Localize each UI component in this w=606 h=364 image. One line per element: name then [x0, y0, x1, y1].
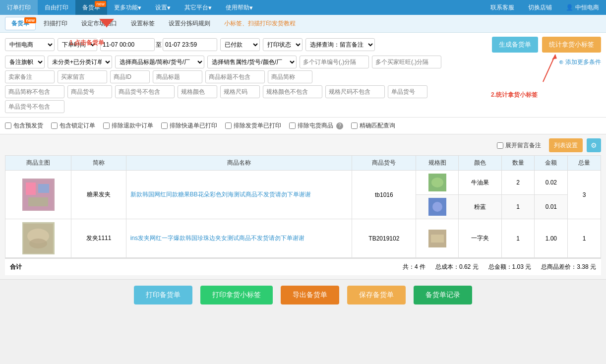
expand-remark-label[interactable]: 展开留言备注: [497, 141, 541, 150]
print-label-btn[interactable]: 打印拿货小标签: [200, 286, 273, 304]
cb-exclude-printed-ship-check[interactable]: [225, 122, 232, 129]
category-select[interactable]: 未分类+已分类订单: [48, 56, 112, 68]
cb-pre-ship-check[interactable]: [5, 122, 11, 129]
nav-stock-list[interactable]: 备货单 new: [75, 0, 107, 15]
product-no-cell: tb1016: [352, 171, 416, 219]
subnav-market-stall[interactable]: 设定市场档口: [75, 17, 123, 30]
user-icon: 👤: [566, 4, 573, 11]
product-img-cell: [5, 171, 71, 219]
svg-rect-12: [431, 235, 444, 243]
stat-label-btn[interactable]: 统计拿货小标签: [542, 37, 601, 53]
print-stock-btn[interactable]: 打印备货单: [134, 286, 192, 304]
nav-more-func[interactable]: 更多功能 ▾: [107, 0, 148, 15]
record-btn[interactable]: 备货单记录: [414, 286, 472, 304]
subnav-scan-print[interactable]: 扫描打印: [38, 17, 73, 30]
query-type-select[interactable]: 选择查询：留言备注: [305, 38, 375, 51]
product-brief-exclude-input[interactable]: [5, 85, 64, 98]
help-icon: ?: [336, 122, 343, 129]
cb-exclude-printed-express[interactable]: 排除快递单已打印: [161, 121, 217, 130]
product-no-cell-2: TB2019102: [352, 219, 416, 258]
amount-cell-2: 0.01: [535, 195, 568, 219]
cb-exclude-stock-product[interactable]: 排除屯货商品 ?: [289, 121, 343, 130]
svg-rect-2: [38, 184, 49, 193]
cb-exclude-refund-check[interactable]: [103, 122, 110, 129]
save-btn[interactable]: 保存备货单: [347, 286, 406, 304]
filter-actions: 生成备货单 统计拿货小标签: [492, 37, 601, 53]
quantity-cell: 2: [501, 171, 535, 195]
list-settings-btn[interactable]: 列表设置: [549, 138, 583, 152]
pay-status-select[interactable]: 已付款: [220, 38, 260, 51]
product-no-input[interactable]: [67, 85, 112, 98]
order-no-input[interactable]: [300, 56, 369, 68]
single-product-no-input[interactable]: [388, 85, 427, 98]
product-name-cell: 新款韩国网红同款糖果BB花朵彩色刘海测试商品不发货请勿下单谢谢: [126, 171, 352, 219]
nav-user-account[interactable]: 👤 中恒电商: [559, 3, 606, 12]
product-no-exclude-input[interactable]: [115, 85, 175, 98]
total-cost: 总成本：0.62 元: [435, 263, 479, 271]
cb-exclude-printed-ship[interactable]: 排除发货单已打印: [225, 121, 281, 130]
expand-remark-check[interactable]: [497, 142, 503, 149]
cb-exclude-refund[interactable]: 排除退款中订单: [103, 121, 153, 130]
single-product-no-exclude-input[interactable]: [5, 100, 64, 113]
export-btn[interactable]: 导出备货单: [281, 286, 339, 304]
print-status-select[interactable]: 打印状态: [263, 38, 303, 51]
product-name-link[interactable]: 新款韩国网红同款糖果BB花朵彩色刘海测试商品不发货请勿下单谢谢: [130, 190, 348, 199]
product-name-link-2[interactable]: ins发夹网红一字爆款韩国珍珠边夹女测试商品不发货请勿下单谢谢: [130, 234, 348, 243]
add-condition-btn[interactable]: ⊕ 添加更多条件: [559, 58, 601, 66]
cb-exact-match-check[interactable]: [351, 122, 358, 129]
product-title-input[interactable]: [153, 70, 202, 83]
shop-select[interactable]: 中恒电商: [5, 38, 55, 51]
col-product-name: 商品名称: [126, 156, 352, 171]
generate-stock-btn[interactable]: 生成备货单: [492, 37, 538, 53]
date-start-input[interactable]: [100, 38, 155, 51]
remark-flag-select[interactable]: 备注旗帜: [5, 56, 45, 68]
product-select[interactable]: 选择商品标题/简称/货号/厂: [115, 56, 204, 68]
seller-remark-input[interactable]: [5, 70, 55, 83]
table-footer: 合计 共：4 件 总成本：0.62 元 总金额：1.03 元 总商品差价：3.3…: [5, 258, 601, 275]
table-row: 发夹1111 ins发夹网红一字爆款韩国珍珠边夹女测试商品不发货请勿下单谢谢 T…: [5, 219, 601, 258]
nav-switch-shop[interactable]: 切换店铺: [521, 3, 559, 12]
nav-settings[interactable]: 设置 ▾: [148, 0, 178, 15]
svg-rect-1: [26, 182, 36, 195]
spec-img-cell-2: [416, 219, 459, 258]
subnav-label-settings[interactable]: 设置标签: [125, 17, 161, 30]
product-name-cell-2: ins发夹网红一字爆款韩国珍珠边夹女测试商品不发货请勿下单谢谢: [126, 219, 352, 258]
spec-color-exclude-input[interactable]: [263, 85, 322, 98]
cb-exact-match[interactable]: 精确匹配查询: [351, 121, 395, 130]
icon-settings-btn[interactable]: ⚙: [587, 138, 601, 152]
cb-locked-order-check[interactable]: [51, 122, 58, 129]
nav-order-print[interactable]: 订单打印: [0, 0, 38, 15]
footer-label: 合计: [10, 263, 22, 271]
subnav-stock-list[interactable]: 备货单 new: [5, 17, 36, 30]
cb-locked-order[interactable]: 包含锁定订单: [51, 121, 95, 130]
product-brief-input[interactable]: [268, 70, 312, 83]
color-cell-2: 粉蓝: [459, 195, 501, 219]
nav-contact-service[interactable]: 联系客服: [484, 3, 521, 12]
subnav-sort-code[interactable]: 设置分拣码规则: [163, 17, 216, 30]
spec-size-input[interactable]: [220, 85, 260, 98]
cb-exclude-printed-express-check[interactable]: [161, 122, 168, 129]
main-table: 商品主图 简称 商品名称 商品货号 规格图 颜色 数量 金额 总量: [5, 155, 601, 258]
nav-other-platform[interactable]: 其它平台 ▾: [178, 0, 219, 15]
spec-size-exclude-input[interactable]: [325, 85, 385, 98]
quantity-cell-3: 1: [501, 219, 535, 258]
cb-exclude-stock-product-check[interactable]: [289, 122, 296, 129]
buyer-input[interactable]: [372, 56, 441, 68]
cb-pre-ship[interactable]: 包含预发货: [5, 121, 43, 130]
filter-area: 中恒电商 下单时间 至 已付款 打印状态 选择查询：留言备注 生成备货单 统计拿…: [0, 33, 606, 118]
date-end-input[interactable]: [163, 38, 217, 51]
sub-nav: 备货单 new 扫描打印 设定市场档口 设置标签 设置分拣码规则 小标签、扫描打…: [0, 15, 606, 33]
nav-free-print[interactable]: 自由打印: [38, 0, 75, 15]
buyer-remark-input[interactable]: [58, 70, 107, 83]
col-quantity: 数量: [501, 156, 535, 171]
nav-help[interactable]: 使用帮助 ▾: [219, 0, 260, 15]
subnav-tutorial[interactable]: 小标签、扫描打印发货教程: [218, 17, 302, 30]
spec-color-input[interactable]: [178, 85, 217, 98]
product-title-exclude-input[interactable]: [205, 70, 265, 83]
short-name-cell-2: 发夹1111: [71, 219, 126, 258]
svg-rect-3: [28, 197, 48, 206]
total-qty-cell-2: 1: [568, 219, 601, 258]
product-id-input[interactable]: [110, 70, 150, 83]
download-time-select[interactable]: 下单时间: [58, 38, 97, 51]
sales-attr-select[interactable]: 选择销售属性/货号/颜色/厂: [207, 56, 297, 68]
